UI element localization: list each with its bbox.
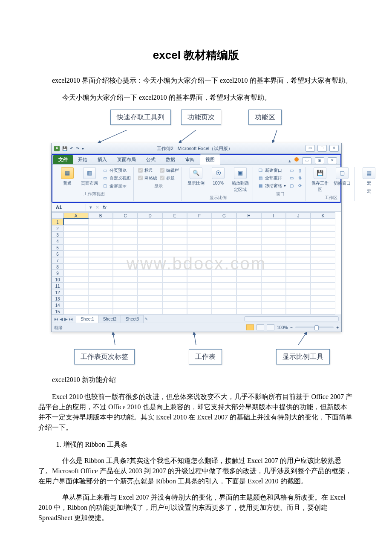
cell[interactable]	[311, 302, 335, 308]
cell[interactable]	[138, 244, 162, 251]
cell[interactable]	[187, 251, 212, 257]
row-header[interactable]: 7	[52, 257, 63, 263]
cell[interactable]	[113, 231, 138, 238]
cell[interactable]	[63, 257, 88, 263]
win-maximize-button[interactable]: □	[317, 145, 327, 152]
cell[interactable]	[162, 263, 187, 270]
sheet-tab-3[interactable]: Sheet3	[121, 315, 144, 323]
cell[interactable]	[261, 270, 286, 276]
cell[interactable]	[261, 263, 286, 270]
cell[interactable]	[162, 276, 187, 283]
cell[interactable]	[187, 225, 212, 231]
side-by-side-button[interactable]: ▯	[297, 167, 303, 173]
sheet-tab-2[interactable]: Sheet2	[98, 315, 121, 323]
sheet-tab-1[interactable]: Sheet1	[76, 315, 99, 323]
cell[interactable]	[236, 308, 261, 315]
cell[interactable]	[138, 270, 162, 276]
cell[interactable]	[88, 295, 113, 302]
row-header[interactable]: 8	[52, 263, 63, 270]
cell[interactable]	[187, 238, 212, 244]
row-header[interactable]: 2	[52, 225, 63, 231]
cell[interactable]	[113, 263, 138, 270]
cell[interactable]	[113, 244, 138, 251]
cell[interactable]	[236, 283, 261, 289]
cell[interactable]	[187, 219, 212, 225]
cell[interactable]	[311, 238, 335, 244]
cell[interactable]	[187, 263, 212, 270]
namebox-dropdown-icon[interactable]: ▾	[89, 204, 92, 211]
cell[interactable]	[88, 257, 113, 263]
cell[interactable]	[113, 276, 138, 283]
row-header[interactable]: 14	[52, 302, 63, 308]
cell[interactable]	[311, 295, 335, 302]
cell[interactable]	[187, 308, 212, 315]
cell[interactable]	[187, 257, 212, 263]
tab-review[interactable]: 审阅	[180, 155, 200, 164]
cell[interactable]	[286, 276, 311, 283]
cell[interactable]	[286, 308, 311, 315]
cell[interactable]	[261, 231, 286, 238]
cell[interactable]	[138, 283, 162, 289]
cell[interactable]	[138, 257, 162, 263]
cell[interactable]	[311, 276, 335, 283]
zoom-out-button[interactable]: −	[290, 324, 293, 331]
cell[interactable]	[162, 257, 187, 263]
cell[interactable]	[286, 263, 311, 270]
cell[interactable]	[162, 289, 187, 295]
cell[interactable]	[113, 289, 138, 295]
cell[interactable]	[286, 302, 311, 308]
cell[interactable]	[212, 302, 236, 308]
cell[interactable]	[162, 231, 187, 238]
cell[interactable]	[162, 302, 187, 308]
cell[interactable]	[187, 295, 212, 302]
row-header[interactable]: 11	[52, 283, 63, 289]
cell[interactable]	[88, 289, 113, 295]
cell[interactable]	[88, 251, 113, 257]
row-header[interactable]: 10	[52, 276, 63, 283]
gridlines-checkbox[interactable]: 网格线	[138, 175, 157, 181]
undo-icon[interactable]: ↶	[70, 145, 73, 152]
cell[interactable]	[286, 225, 311, 231]
cell[interactable]	[286, 289, 311, 295]
inner-close-button[interactable]: ✕	[328, 157, 337, 164]
horizontal-scrollbar[interactable]	[244, 316, 339, 321]
column-header[interactable]: J	[286, 212, 311, 219]
column-header[interactable]: G	[212, 212, 236, 219]
cell[interactable]	[187, 302, 212, 308]
column-header[interactable]: E	[162, 212, 187, 219]
cell[interactable]	[236, 295, 261, 302]
cell[interactable]	[187, 289, 212, 295]
cell[interactable]	[261, 219, 286, 225]
cell[interactable]	[212, 263, 236, 270]
cell[interactable]	[138, 219, 162, 225]
row-header[interactable]: 5	[52, 244, 63, 251]
cell[interactable]	[236, 257, 261, 263]
cell[interactable]	[187, 244, 212, 251]
column-header[interactable]: F	[187, 212, 212, 219]
cell[interactable]	[286, 251, 311, 257]
cell[interactable]	[261, 308, 286, 315]
cell[interactable]	[113, 238, 138, 244]
cell[interactable]	[63, 225, 88, 231]
switch-window-button[interactable]: ▢切换窗口	[332, 167, 352, 186]
status-page-break-button[interactable]	[267, 324, 274, 330]
cell[interactable]	[311, 289, 335, 295]
column-header[interactable]: D	[138, 212, 162, 219]
cell[interactable]	[162, 295, 187, 302]
cell[interactable]	[311, 283, 335, 289]
cell[interactable]	[212, 231, 236, 238]
cell[interactable]	[162, 308, 187, 315]
cell[interactable]	[63, 295, 88, 302]
zoom-selection-button[interactable]: ▣缩放到选定区域	[231, 167, 250, 193]
cell[interactable]	[311, 251, 335, 257]
cell[interactable]	[236, 270, 261, 276]
page-break-preview-button[interactable]: ▭分页预览	[102, 167, 131, 173]
sheet-nav-arrows[interactable]: ⏮ ◀ ▶ ⏭	[52, 316, 76, 322]
cell[interactable]	[63, 231, 88, 238]
cell[interactable]	[286, 238, 311, 244]
cell[interactable]	[236, 302, 261, 308]
column-header[interactable]: C	[113, 212, 138, 219]
cell[interactable]	[113, 257, 138, 263]
cell[interactable]	[261, 238, 286, 244]
cell[interactable]	[113, 302, 138, 308]
